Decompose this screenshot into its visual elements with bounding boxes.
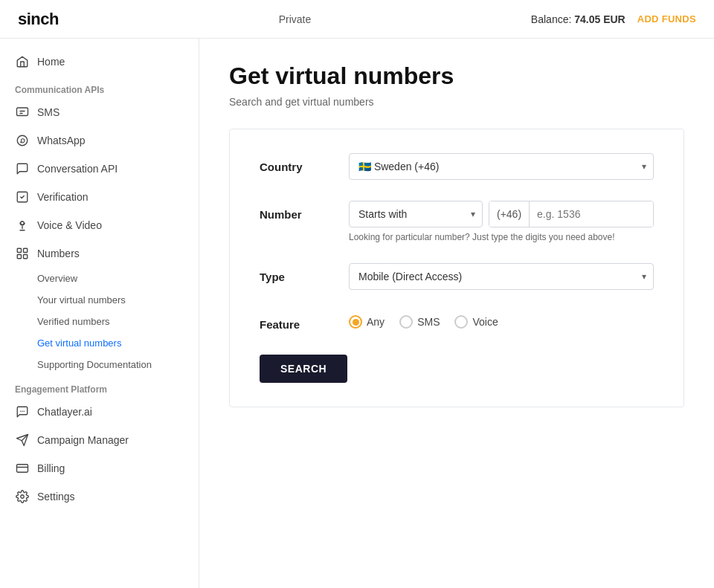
voice-icon xyxy=(15,218,30,233)
type-select-wrapper: Mobile (Direct Access) ▾ xyxy=(349,263,654,290)
sidebar-item-label: Home xyxy=(37,56,65,68)
svg-point-1 xyxy=(17,135,28,146)
type-label: Type xyxy=(260,263,349,283)
feature-row: Feature Any SMS Voice xyxy=(260,311,654,331)
number-filter-select[interactable]: Starts with xyxy=(349,201,483,227)
radio-any-circle xyxy=(349,315,362,329)
whatsapp-icon xyxy=(15,133,30,148)
sub-item-your-virtual-numbers[interactable]: Your virtual numbers xyxy=(0,289,199,311)
sidebar-item-verification[interactable]: Verification xyxy=(0,183,199,211)
feature-any[interactable]: Any xyxy=(349,315,385,329)
feature-any-label: Any xyxy=(367,316,385,328)
country-control: 🇸🇪 Sweden (+46) ▾ xyxy=(349,153,654,180)
page-subtitle: Search and get virtual numbers xyxy=(229,96,684,108)
country-select[interactable]: 🇸🇪 Sweden (+46) xyxy=(349,153,654,180)
number-prefix-label: (+46) xyxy=(489,201,530,227)
section-engagement-platform: Engagement Platform xyxy=(0,375,199,398)
sidebar-item-whatsapp[interactable]: WhatsApp xyxy=(0,126,199,155)
settings-icon xyxy=(15,489,30,504)
search-button[interactable]: SEARCH xyxy=(260,355,347,383)
billing-icon xyxy=(15,461,30,476)
svg-rect-0 xyxy=(17,108,28,116)
type-control: Mobile (Direct Access) ▾ xyxy=(349,263,654,290)
sidebar-item-label: Conversation API xyxy=(37,163,118,175)
campaign-icon xyxy=(15,433,30,448)
sidebar-item-campaign-manager[interactable]: Campaign Manager xyxy=(0,426,199,454)
page-title: Get virtual numbers xyxy=(229,62,684,90)
sidebar-item-settings[interactable]: Settings xyxy=(0,482,199,511)
sidebar-item-conversation-api[interactable]: Conversation API xyxy=(0,155,199,183)
chatlayer-icon xyxy=(15,404,30,419)
svg-rect-7 xyxy=(24,255,28,259)
sidebar-item-label: Numbers xyxy=(37,248,80,259)
sms-icon xyxy=(15,105,30,120)
sidebar-item-label: Verification xyxy=(37,191,88,203)
svg-rect-11 xyxy=(17,465,28,473)
main-content: Get virtual numbers Search and get virtu… xyxy=(199,39,714,588)
sidebar-item-sms[interactable]: SMS xyxy=(0,98,199,126)
feature-radio-group: Any SMS Voice xyxy=(349,311,654,329)
numbers-icon xyxy=(15,246,30,261)
type-row: Type Mobile (Direct Access) ▾ xyxy=(260,263,654,290)
number-hint: Looking for particular number? Just type… xyxy=(349,232,654,242)
add-funds-button[interactable]: ADD FUNDS xyxy=(637,13,696,25)
sidebar-item-label: Voice & Video xyxy=(37,219,102,231)
feature-sms[interactable]: SMS xyxy=(399,315,440,329)
sidebar-item-billing[interactable]: Billing xyxy=(0,454,199,482)
sidebar-item-voice-video[interactable]: Voice & Video xyxy=(0,211,199,239)
number-row: Number Starts with ▾ (+46) xyxy=(260,201,654,242)
number-control: Starts with ▾ (+46) Looking for particul… xyxy=(349,201,654,242)
conversation-icon xyxy=(15,161,30,176)
feature-label: Feature xyxy=(260,311,349,331)
topbar-right: Balance: 74.05 EUR ADD FUNDS xyxy=(531,13,696,25)
svg-rect-5 xyxy=(24,248,28,252)
verification-icon xyxy=(15,190,30,204)
form-card: Country 🇸🇪 Sweden (+46) ▾ Number xyxy=(229,129,684,407)
svg-rect-4 xyxy=(17,248,21,252)
number-inputs: Starts with ▾ (+46) xyxy=(349,201,654,227)
sidebar: Home Communication APIs SMS WhatsApp Con… xyxy=(0,39,199,588)
country-row: Country 🇸🇪 Sweden (+46) ▾ xyxy=(260,153,654,180)
workspace-label: Private xyxy=(279,13,312,25)
sidebar-item-chatlayer[interactable]: Chatlayer.ai xyxy=(0,398,199,426)
country-label: Country xyxy=(260,153,349,173)
type-select[interactable]: Mobile (Direct Access) xyxy=(349,263,654,290)
topbar: sinch Private Balance: 74.05 EUR ADD FUN… xyxy=(0,0,714,39)
number-prefix-input: (+46) xyxy=(489,201,654,227)
number-text-input[interactable] xyxy=(530,201,654,227)
svg-point-9 xyxy=(22,411,23,413)
home-icon xyxy=(15,54,30,69)
feature-voice[interactable]: Voice xyxy=(454,315,498,329)
feature-sms-label: SMS xyxy=(417,316,440,328)
sub-item-supporting-docs[interactable]: Supporting Documentation xyxy=(0,354,199,375)
sidebar-item-label: Billing xyxy=(37,462,65,474)
numbers-sub-items: Overview Your virtual numbers Verified n… xyxy=(0,268,199,375)
radio-sms-circle xyxy=(399,315,413,329)
feature-voice-label: Voice xyxy=(472,316,498,328)
svg-point-3 xyxy=(21,222,25,225)
svg-rect-6 xyxy=(17,255,21,259)
number-label: Number xyxy=(260,201,349,221)
logo: sinch xyxy=(18,10,59,29)
sub-item-verified-numbers[interactable]: Verified numbers xyxy=(0,311,199,332)
svg-point-8 xyxy=(20,411,22,413)
sidebar-item-label: WhatsApp xyxy=(37,135,86,146)
radio-voice-circle xyxy=(454,315,468,329)
sidebar-item-label: Settings xyxy=(37,491,75,503)
sidebar-item-label: Chatlayer.ai xyxy=(37,406,92,418)
sidebar-item-label: Campaign Manager xyxy=(37,434,129,446)
sidebar-item-home[interactable]: Home xyxy=(0,48,199,76)
sub-item-overview[interactable]: Overview xyxy=(0,268,199,289)
layout: Home Communication APIs SMS WhatsApp Con… xyxy=(0,39,714,588)
feature-control: Any SMS Voice xyxy=(349,311,654,329)
country-select-wrapper: 🇸🇪 Sweden (+46) ▾ xyxy=(349,153,654,180)
number-filter-wrapper: Starts with ▾ xyxy=(349,201,483,227)
balance-display: Balance: 74.05 EUR xyxy=(531,13,625,25)
svg-point-10 xyxy=(24,411,25,413)
section-communication-apis: Communication APIs xyxy=(0,76,199,98)
sub-item-get-virtual-numbers[interactable]: Get virtual numbers xyxy=(0,332,199,354)
sidebar-item-label: SMS xyxy=(37,106,60,118)
sidebar-item-numbers[interactable]: Numbers xyxy=(0,239,199,268)
svg-point-12 xyxy=(21,495,25,499)
